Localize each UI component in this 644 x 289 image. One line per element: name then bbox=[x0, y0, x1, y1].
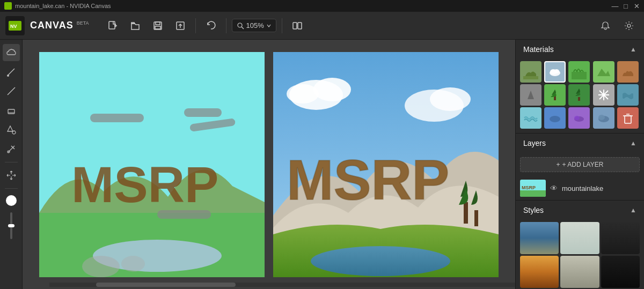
styles-header[interactable]: Styles ▲ bbox=[516, 201, 644, 220]
style-item-5[interactable] bbox=[560, 256, 599, 288]
toolbar-divider-3 bbox=[282, 18, 282, 33]
close-button[interactable]: ✕ bbox=[633, 3, 640, 9]
material-cloud[interactable] bbox=[544, 61, 566, 83]
svg-point-47 bbox=[554, 69, 559, 73]
svg-rect-19 bbox=[8, 109, 14, 114]
tool-panel bbox=[0, 40, 23, 289]
svg-text:NV: NV bbox=[10, 24, 17, 29]
settings-button[interactable] bbox=[619, 16, 639, 35]
styles-chevron: ▲ bbox=[630, 206, 636, 214]
render-canvas[interactable]: MSRP MSRP bbox=[273, 52, 499, 277]
sketch-canvas-panel[interactable]: MSRP bbox=[39, 52, 265, 277]
app-icon bbox=[4, 2, 12, 10]
svg-rect-13 bbox=[293, 23, 297, 29]
sketch-canvas[interactable]: MSRP bbox=[39, 52, 265, 277]
material-water[interactable] bbox=[617, 84, 639, 106]
svg-point-57 bbox=[574, 116, 580, 120]
styles-section: Styles ▲ bbox=[516, 201, 644, 289]
brush-tool[interactable] bbox=[3, 63, 20, 80]
style-item-1[interactable] bbox=[520, 222, 559, 254]
nvidia-logo: NV bbox=[5, 16, 25, 35]
svg-line-12 bbox=[241, 27, 244, 29]
material-landscape[interactable] bbox=[520, 61, 541, 83]
add-layer-button[interactable]: + + ADD LAYER bbox=[520, 157, 640, 172]
svg-text:MSRP: MSRP bbox=[71, 156, 218, 213]
svg-rect-39 bbox=[464, 202, 468, 224]
svg-rect-48 bbox=[572, 72, 587, 79]
right-panel: Materials ▲ bbox=[515, 40, 644, 289]
toolbar-divider-1 bbox=[195, 18, 196, 33]
eraser-tool[interactable] bbox=[3, 102, 20, 119]
undo-button[interactable] bbox=[201, 16, 221, 35]
style-item-2[interactable] bbox=[560, 222, 599, 254]
svg-rect-7 bbox=[156, 22, 160, 25]
open-file-button[interactable] bbox=[126, 16, 145, 35]
material-volcano[interactable] bbox=[520, 84, 541, 106]
new-file-button[interactable] bbox=[103, 16, 122, 35]
svg-point-11 bbox=[238, 23, 242, 27]
color-swatch[interactable] bbox=[6, 195, 17, 206]
window-controls: — □ ✕ bbox=[612, 3, 640, 9]
canvas-scroll-thumb bbox=[96, 283, 236, 287]
materials-chevron: ▲ bbox=[630, 46, 636, 53]
title-bar: mountain_lake.can - NVIDIA Canvas — □ ✕ bbox=[0, 0, 644, 12]
layer-visibility-icon[interactable]: 👁 bbox=[550, 184, 558, 192]
canvas-area[interactable]: MSRP bbox=[23, 40, 515, 289]
line-tool[interactable] bbox=[3, 83, 20, 100]
svg-text:MSRP: MSRP bbox=[522, 185, 536, 190]
cloud-brush-tool[interactable] bbox=[3, 44, 20, 61]
material-snow[interactable] bbox=[593, 84, 614, 106]
materials-label: Materials bbox=[523, 45, 554, 54]
svg-rect-28 bbox=[189, 118, 236, 132]
styles-grid bbox=[516, 220, 644, 289]
material-purple-clouds[interactable] bbox=[568, 107, 590, 129]
material-tree2[interactable] bbox=[568, 84, 590, 106]
layers-header[interactable]: Layers ▲ bbox=[516, 134, 644, 153]
svg-marker-0 bbox=[5, 3, 11, 9]
zoom-control[interactable]: 105% bbox=[232, 19, 276, 32]
layers-chevron: ▲ bbox=[630, 139, 636, 147]
svg-rect-27 bbox=[184, 108, 222, 117]
styles-label: Styles bbox=[523, 206, 544, 214]
window-title: mountain_lake.can - NVIDIA Canvas bbox=[15, 3, 111, 9]
material-trash[interactable] bbox=[617, 107, 639, 129]
layer-item-mountainlake[interactable]: MSRP 👁 mountainlake bbox=[516, 176, 644, 200]
layers-section: Layers ▲ + + ADD LAYER MSRP 👁 mountainla… bbox=[516, 134, 644, 201]
layers-label: Layers bbox=[523, 139, 546, 147]
svg-rect-40 bbox=[474, 210, 478, 226]
save-file-button[interactable] bbox=[148, 16, 167, 35]
svg-rect-8 bbox=[155, 26, 160, 29]
maximize-button[interactable]: □ bbox=[623, 3, 629, 9]
canvas-scroll[interactable] bbox=[49, 283, 515, 287]
tool-separator bbox=[5, 162, 18, 162]
pan-tool[interactable] bbox=[3, 167, 20, 184]
material-mountain[interactable] bbox=[593, 61, 614, 83]
eyedropper-tool[interactable] bbox=[3, 140, 20, 158]
svg-rect-64 bbox=[520, 190, 546, 197]
svg-rect-44 bbox=[523, 76, 538, 79]
fill-tool[interactable] bbox=[3, 121, 20, 138]
render-canvas-panel[interactable]: MSRP MSRP bbox=[273, 52, 499, 277]
svg-rect-14 bbox=[298, 23, 302, 29]
materials-grid bbox=[516, 59, 644, 133]
material-rock[interactable] bbox=[617, 61, 639, 83]
material-cloud-dark[interactable] bbox=[593, 107, 614, 129]
style-item-6[interactable] bbox=[601, 256, 640, 288]
minimize-button[interactable]: — bbox=[612, 3, 618, 9]
brush-size-slider[interactable] bbox=[10, 212, 12, 239]
material-grass[interactable] bbox=[568, 61, 590, 83]
style-item-4[interactable] bbox=[520, 256, 559, 288]
style-item-3[interactable] bbox=[601, 222, 640, 254]
notification-button[interactable] bbox=[596, 16, 615, 35]
svg-point-15 bbox=[627, 24, 631, 27]
material-lake[interactable] bbox=[544, 107, 566, 129]
export-file-button[interactable] bbox=[171, 16, 190, 35]
toolbar: NV CANVAS BETA 105% bbox=[0, 12, 644, 40]
material-tree[interactable] bbox=[544, 84, 566, 106]
material-waves[interactable] bbox=[520, 107, 541, 129]
svg-point-59 bbox=[598, 115, 605, 120]
toggle-view-button[interactable] bbox=[288, 16, 307, 35]
materials-header[interactable]: Materials ▲ bbox=[516, 40, 644, 59]
add-layer-icon: + bbox=[557, 161, 560, 168]
layer-name: mountainlake bbox=[562, 184, 640, 192]
